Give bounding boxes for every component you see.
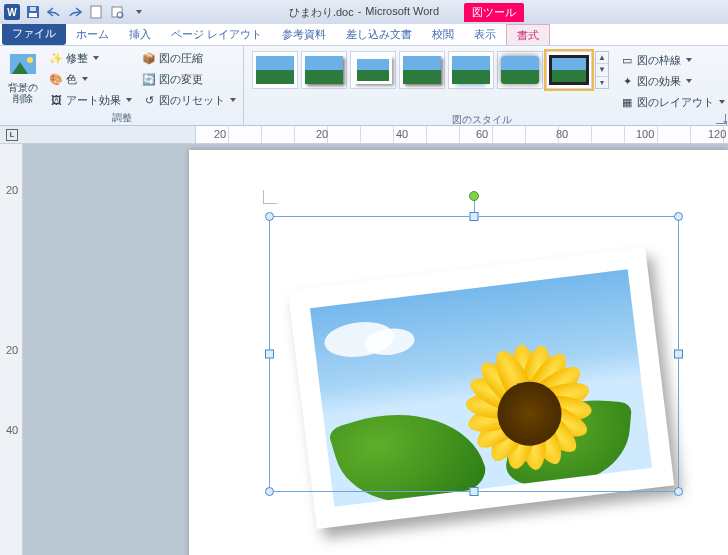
- rotation-handle[interactable]: [469, 191, 479, 201]
- picture-border-button[interactable]: ▭図の枠線: [617, 50, 728, 70]
- style-thumb-2[interactable]: [301, 51, 347, 89]
- resize-handle-sw[interactable]: [265, 487, 274, 496]
- svg-rect-1: [29, 13, 37, 17]
- tab-mailings[interactable]: 差し込み文書: [336, 24, 422, 45]
- document-name: ひまわり.doc: [289, 5, 354, 20]
- resize-handle-ne[interactable]: [674, 212, 683, 221]
- artistic-effects-button[interactable]: 🖼アート効果: [46, 90, 135, 110]
- remove-background-button[interactable]: 背景の 削除: [4, 48, 42, 104]
- tab-home[interactable]: ホーム: [66, 24, 119, 45]
- remove-background-label: 背景の 削除: [8, 82, 38, 104]
- word-app-icon[interactable]: W: [4, 4, 20, 20]
- tab-file[interactable]: ファイル: [2, 23, 66, 45]
- picture-tools-label: 図ツール: [464, 3, 524, 22]
- svg-rect-2: [30, 7, 36, 11]
- group-picture-styles: ▲▼▾ ▭図の枠線 ✦図の効果 ▦図のレイアウト 図のスタイル: [244, 46, 728, 125]
- qat-customize-icon[interactable]: [129, 3, 147, 21]
- document-page[interactable]: ↵: [189, 150, 728, 555]
- picture-layout-button[interactable]: ▦図のレイアウト: [617, 92, 728, 112]
- resize-handle-se[interactable]: [674, 487, 683, 496]
- margin-corner-mark: [263, 190, 277, 204]
- group-adjust-label: 調整: [4, 110, 239, 126]
- corrections-button[interactable]: ✨修整: [46, 48, 135, 68]
- ruler-row: L 20 20 40 60 80 100 120: [0, 126, 728, 144]
- tab-insert[interactable]: 挿入: [119, 24, 161, 45]
- style-thumb-3[interactable]: [350, 51, 396, 89]
- svg-point-8: [27, 57, 33, 63]
- selection-outline: [269, 216, 679, 492]
- ribbon: 背景の 削除 ✨修整 🎨色 🖼アート効果 📦図の圧縮 🔄図の変更 ↺図のリセット…: [0, 46, 728, 126]
- contextual-tab-group: 図ツール: [464, 3, 524, 22]
- tab-format[interactable]: 書式: [506, 24, 550, 45]
- tab-references[interactable]: 参考資料: [272, 24, 336, 45]
- style-thumb-6[interactable]: [497, 51, 543, 89]
- page-gutter: [23, 144, 189, 555]
- app-name: Microsoft Word: [365, 5, 439, 20]
- save-icon[interactable]: [24, 3, 42, 21]
- style-thumb-7-selected[interactable]: [546, 51, 592, 89]
- window-title: ひまわり.doc - Microsoft Word: [289, 5, 439, 20]
- ribbon-tabs: ファイル ホーム 挿入 ページ レイアウト 参考資料 差し込み文書 校閲 表示 …: [0, 24, 728, 46]
- resize-handle-s[interactable]: [469, 487, 478, 496]
- quick-access-toolbar: [24, 3, 147, 21]
- document-area: 20 20 40: [0, 144, 728, 555]
- compress-pictures-button[interactable]: 📦図の圧縮: [139, 48, 239, 68]
- tab-view[interactable]: 表示: [464, 24, 506, 45]
- reset-picture-button[interactable]: ↺図のリセット: [139, 90, 239, 110]
- picture-styles-gallery: ▲▼▾: [248, 48, 613, 92]
- tab-selector[interactable]: L: [0, 126, 196, 143]
- picture-effects-button[interactable]: ✦図の効果: [617, 71, 728, 91]
- new-doc-icon[interactable]: [87, 3, 105, 21]
- gallery-scroll[interactable]: ▲▼▾: [595, 51, 609, 89]
- gallery-down-icon[interactable]: ▼: [596, 64, 608, 76]
- style-thumb-5[interactable]: [448, 51, 494, 89]
- resize-handle-nw[interactable]: [265, 212, 274, 221]
- vertical-ruler[interactable]: 20 20 40: [0, 144, 23, 555]
- resize-handle-n[interactable]: [469, 212, 478, 221]
- gallery-up-icon[interactable]: ▲: [596, 52, 608, 64]
- tab-review[interactable]: 校閲: [422, 24, 464, 45]
- style-thumb-1[interactable]: [252, 51, 298, 89]
- group-adjust: 背景の 削除 ✨修整 🎨色 🖼アート効果 📦図の圧縮 🔄図の変更 ↺図のリセット…: [0, 46, 244, 125]
- redo-icon[interactable]: [66, 3, 84, 21]
- gallery-more-icon[interactable]: ▾: [596, 77, 608, 88]
- title-bar: W ひまわり.doc - Microsoft Word 図ツール: [0, 0, 728, 24]
- tab-page-layout[interactable]: ページ レイアウト: [161, 24, 272, 45]
- styles-dialog-launcher-icon[interactable]: [716, 114, 726, 124]
- horizontal-ruler[interactable]: 20 20 40 60 80 100 120: [196, 126, 728, 143]
- svg-rect-3: [91, 6, 101, 18]
- undo-icon[interactable]: [45, 3, 63, 21]
- resize-handle-e[interactable]: [674, 350, 683, 359]
- tab-stop-icon: L: [6, 129, 18, 141]
- color-button[interactable]: 🎨色: [46, 69, 135, 89]
- change-picture-button[interactable]: 🔄図の変更: [139, 69, 239, 89]
- print-preview-icon[interactable]: [108, 3, 126, 21]
- style-thumb-4[interactable]: [399, 51, 445, 89]
- resize-handle-w[interactable]: [265, 350, 274, 359]
